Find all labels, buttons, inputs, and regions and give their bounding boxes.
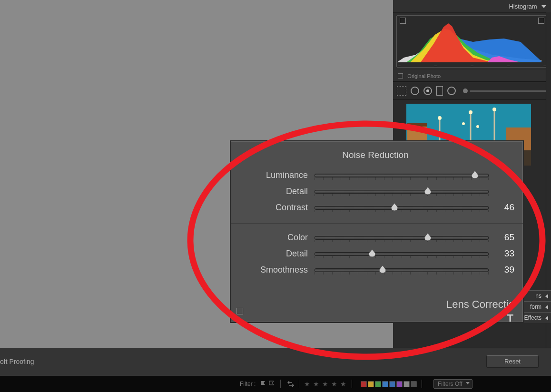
color-swatch[interactable] [389,381,395,387]
checkbox-icon[interactable] [398,73,403,78]
chevron-left-icon [545,305,548,310]
slider-row-detail: Detail33 [236,245,514,262]
slider-thumb-icon[interactable] [423,233,432,241]
reset-button[interactable]: Reset [486,355,539,368]
noise-reduction-panel-zoom: Noise Reduction LuminanceDetailContrast4… [230,140,524,323]
luminance-slider[interactable] [315,170,489,180]
svg-point-9 [438,116,442,120]
original-photo-toggle[interactable]: Original Photo [393,70,551,82]
color-swatch[interactable] [396,381,403,387]
contrast-slider[interactable] [315,202,489,213]
tool-strip [393,82,551,100]
detail-slider[interactable] [315,248,489,259]
color-swatch[interactable] [411,381,417,387]
slider-row-color: Color65 [236,229,514,245]
chevron-down-icon [466,382,470,384]
rating-stars[interactable]: ★ ★ ★ ★ ★ [304,380,347,388]
histogram-label: Histogram [509,3,537,10]
filters-off-label: Filters Off [438,381,462,387]
smoothness-slider[interactable] [315,265,489,275]
slider-label: Luminance [236,170,308,180]
svg-point-10 [469,110,472,114]
slider-row-detail: Detail [236,183,514,199]
chevron-left-icon [545,316,548,321]
toolbar-below-canvas: oft Proofing Reset [0,348,551,376]
chevron-left-icon [545,294,548,299]
original-photo-label: Original Photo [407,73,441,79]
lens-corrections-header[interactable]: Lens Correctio [446,298,514,311]
svg-point-13 [476,125,479,128]
slider-row-smoothness: Smoothness39 [236,262,514,278]
slider-label: Detail [236,186,308,196]
slider-value[interactable]: 46 [495,202,514,213]
color-swatch[interactable] [382,381,388,387]
redeye-tool-icon[interactable] [423,87,432,95]
color-swatch[interactable] [361,381,367,387]
filmstrip-bar: Filter : ★ ★ ★ ★ ★ Filters Off [0,376,551,392]
soft-proofing-label[interactable]: oft Proofing [0,358,34,365]
slider-value[interactable]: 65 [495,232,514,243]
slider-label: Smoothness [236,265,308,275]
slider-thumb-icon[interactable] [471,170,479,179]
svg-point-11 [492,108,496,111]
slider-row-contrast: Contrast46 [236,199,514,216]
slider-label: Detail [236,249,308,259]
brush-size-slider[interactable] [463,88,547,93]
slider-thumb-icon[interactable] [423,186,432,195]
color-swatch[interactable] [375,381,381,387]
color-label-swatches[interactable] [361,381,417,387]
slider-thumb-icon[interactable] [368,249,376,257]
svg-rect-4 [407,123,427,127]
slider-label: Contrast [236,203,308,213]
slider-row-luminance: Luminance [236,167,514,183]
radial-filter-icon[interactable] [447,87,456,95]
color-swatch[interactable] [403,381,410,387]
histogram-chart-icon [397,16,541,62]
chevron-down-icon [541,5,546,8]
slider-label: Color [236,233,308,243]
detail-slider[interactable] [315,186,489,196]
crop-tool-icon[interactable] [397,86,406,96]
svg-point-12 [462,122,465,125]
graduated-filter-icon[interactable] [436,86,443,96]
spot-removal-icon[interactable] [411,87,419,95]
flag-reject-icon[interactable] [269,381,276,387]
slider-thumb-icon[interactable] [378,265,387,274]
color-swatch[interactable] [368,381,374,387]
slider-value[interactable]: 33 [495,248,514,259]
slider-thumb-icon[interactable] [390,203,399,211]
filters-dropdown[interactable]: Filters Off [433,379,472,389]
brush-icon [463,88,468,93]
noise-reduction-title: Noise Reduction [236,150,514,160]
switch-icon[interactable] [287,381,294,387]
checkbox-icon[interactable] [236,308,243,314]
histogram[interactable]: _____ [393,13,551,70]
histogram-panel-header[interactable]: Histogram [393,0,551,13]
transform-initial-label: T [507,312,513,324]
flag-pick-icon[interactable] [260,381,267,387]
filter-label: Filter : [240,381,256,387]
slider-value[interactable]: 39 [495,265,514,275]
color-slider[interactable] [315,232,489,243]
